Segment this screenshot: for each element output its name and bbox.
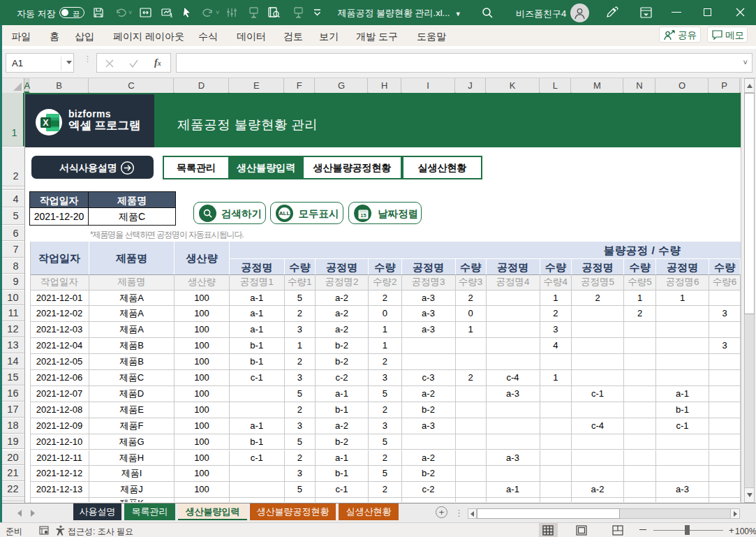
svg-text:15: 15 <box>360 212 366 219</box>
svg-text:X: X <box>43 118 49 128</box>
